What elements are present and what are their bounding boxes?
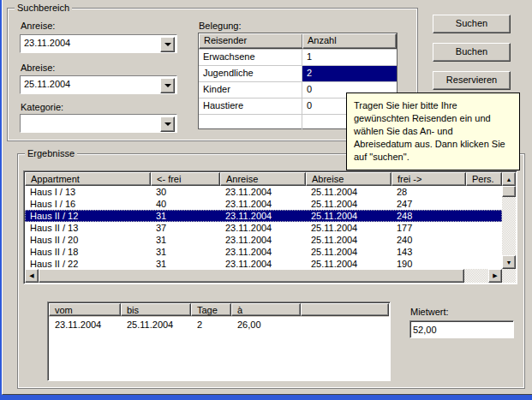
column-header-empty[interactable]: [301, 303, 389, 316]
scroll-right-icon[interactable]: ▶: [488, 269, 502, 283]
scrollbar-thumb[interactable]: [39, 269, 464, 283]
traveler-cell[interactable]: Jugendliche: [199, 66, 302, 81]
traveler-cell[interactable]: Erwachsene: [199, 50, 302, 65]
column-header-appartment[interactable]: Appartment: [25, 172, 151, 186]
price-detail-table: vom bis Tage à 23.11.2004 25.11.2004 2 2…: [47, 301, 391, 381]
abreise-value: 25.11.2004: [21, 76, 176, 93]
traveler-cell[interactable]: Kinder: [199, 82, 302, 98]
chevron-down-icon: [164, 84, 171, 91]
belegung-header-row: Reisender Anzahl: [199, 33, 397, 49]
table-row[interactable]: Haus I / 133023.11.200425.11.200428: [25, 186, 502, 198]
kategorie-combobox[interactable]: [20, 114, 177, 133]
scroll-left-icon[interactable]: ◀: [25, 269, 39, 283]
column-header-pers[interactable]: Pers.: [466, 172, 502, 186]
kategorie-label: Kategorie:: [21, 102, 63, 112]
groupbox-title: Ergebnisse: [25, 148, 77, 158]
vertical-scrollbar: ▲ ▼: [502, 172, 516, 269]
belegung-label: Belegung:: [199, 21, 242, 31]
dropdown-button[interactable]: [160, 116, 175, 132]
column-header-tage[interactable]: Tage: [191, 303, 231, 316]
tooltip: Tragen Sie hier bitte Ihre gewünschten R…: [346, 93, 520, 170]
table-row[interactable]: Haus II / 223123.11.200425.11.2004190: [25, 258, 502, 269]
chevron-down-icon: [164, 122, 171, 129]
traveler-cell[interactable]: Haustiere: [199, 99, 302, 114]
column-header-frei-von[interactable]: <- frei: [151, 172, 220, 186]
table-row[interactable]: 23.11.2004 25.11.2004 2 26,00: [49, 319, 389, 331]
anreise-label: Anreise:: [21, 21, 55, 31]
anreise-combobox[interactable]: 23.11.2004: [20, 34, 177, 53]
column-header-abreise[interactable]: Abreise: [306, 172, 392, 186]
scrollbar-corner: [502, 269, 516, 283]
results-rows: Haus I / 133023.11.200425.11.200428 Haus…: [25, 186, 502, 269]
column-header-reisender[interactable]: Reisender: [199, 33, 302, 49]
kategorie-value: [21, 115, 176, 132]
column-header-a[interactable]: à: [231, 303, 301, 316]
column-header-anzahl[interactable]: Anzahl: [302, 33, 397, 49]
column-header-vom[interactable]: vom: [49, 303, 121, 316]
table-row-selected[interactable]: Haus II / 123123.11.200425.11.2004248: [25, 210, 502, 222]
detail-header-row: vom bis Tage à: [49, 303, 389, 317]
scrollbar-track[interactable]: [464, 269, 488, 283]
table-row: Erwachsene 1: [199, 49, 397, 65]
column-header-frei-bis[interactable]: frei ->: [392, 172, 466, 186]
results-listview: Appartment <- frei Anreise Abreise frei …: [23, 170, 517, 284]
scrollbar-thumb[interactable]: [502, 186, 516, 197]
count-cell-selected[interactable]: 2: [302, 66, 397, 81]
reservieren-button[interactable]: Reservieren: [433, 71, 511, 90]
column-header-anreise[interactable]: Anreise: [220, 172, 306, 186]
mietwert-label: Mietwert:: [410, 307, 449, 317]
groupbox-title: Suchbereich: [15, 3, 72, 13]
horizontal-scrollbar: ◀ ▶: [25, 269, 502, 283]
table-row: Jugendliche 2: [199, 65, 397, 81]
suchen-button[interactable]: Suchen: [433, 15, 511, 33]
mietwert-input[interactable]: [409, 320, 514, 338]
scrollbar-track[interactable]: [502, 197, 516, 255]
table-row[interactable]: Haus II / 133723.11.200425.11.2004177: [25, 222, 502, 234]
results-header-row: Appartment <- frei Anreise Abreise frei …: [25, 172, 502, 186]
buchen-button[interactable]: Buchen: [433, 43, 511, 62]
traveler-cell[interactable]: [199, 115, 302, 130]
abreise-combobox[interactable]: 25.11.2004: [20, 75, 177, 94]
abreise-label: Abreise:: [21, 63, 55, 73]
table-row[interactable]: Haus II / 203123.11.200425.11.2004240: [25, 234, 502, 246]
scroll-down-icon[interactable]: ▼: [502, 255, 516, 269]
count-cell[interactable]: 1: [302, 50, 397, 65]
table-row[interactable]: Haus I / 164023.11.200425.11.2004247: [25, 198, 502, 210]
column-header-bis[interactable]: bis: [121, 303, 191, 316]
table-row[interactable]: Haus II / 183123.11.200425.11.2004143: [25, 246, 502, 258]
anreise-value: 23.11.2004: [21, 35, 176, 52]
dropdown-button[interactable]: [160, 37, 175, 52]
desktop-background: Suchbereich Anreise: 23.11.2004 Abreise:…: [0, 0, 532, 400]
scroll-up-icon[interactable]: ▲: [502, 172, 516, 186]
dropdown-button[interactable]: [160, 78, 175, 93]
chevron-down-icon: [164, 43, 171, 50]
